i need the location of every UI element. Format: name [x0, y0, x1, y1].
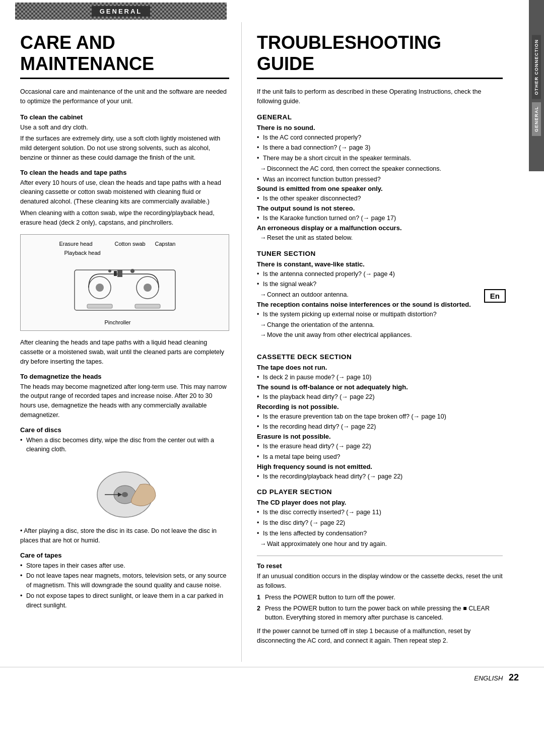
care-tapes-bullet-1: Store tapes in their cases after use.: [20, 561, 229, 571]
ts-not-stereo-b1: Is the Karaoke function turned on? (→ pa…: [257, 214, 503, 223]
svg-point-7: [130, 269, 134, 273]
ts-noise-heading: The reception contains noise interferenc…: [257, 301, 503, 308]
ts-noise-b1: Is the system picking up external noise …: [257, 310, 503, 319]
svg-rect-10: [135, 304, 160, 308]
ts-cd-section: CD PLAYER SECTION The CD player does not…: [257, 488, 503, 548]
ts-reset-section: To reset If an unusual condition occurs …: [257, 562, 503, 645]
ts-malfunction-a1: Reset the unit as stated below.: [257, 233, 503, 243]
trouble-title: TROUBLESHOOTING GUIDE: [257, 32, 503, 79]
ts-tape-run-b1: Is deck 2 in pause mode? (→ page 10): [257, 373, 503, 382]
demagnetize-text: The heads may become magnetized after lo…: [20, 382, 229, 420]
page-footer: ENGLISH 22: [0, 667, 544, 688]
page-number: 22: [509, 672, 519, 682]
ts-tuner-heading: TUNER SECTION: [257, 250, 503, 257]
ts-one-speaker-b1: Is the other speaker disconnected?: [257, 194, 503, 203]
ts-erasure-b1: Is the erasure head dirty? (→ page 22): [257, 442, 503, 451]
ts-static-b2: Is the signal weak?: [257, 280, 503, 289]
ts-recording-heading: Recording is not possible.: [257, 403, 503, 410]
ts-reset-heading: To reset: [257, 562, 503, 570]
ts-static-b1: Is the antenna connected properly? (→ pa…: [257, 269, 503, 279]
right-column: TROUBLESHOOTING GUIDE If the unit fails …: [242, 22, 528, 662]
ts-cassette-heading: CASSETTE DECK SECTION: [257, 353, 352, 361]
ts-reset-step-1: 1 Press the POWER button to turn off the…: [257, 593, 503, 602]
ts-cd-play-b1: Is the disc correctly inserted? (→ page …: [257, 508, 503, 517]
tab-general: GENERAL: [532, 102, 541, 136]
ts-static-a1: Connect an outdoor antenna.: [257, 290, 503, 300]
en-badge: En: [484, 289, 506, 303]
ts-general-section: GENERAL There is no sound. Is the AC cor…: [257, 113, 503, 243]
ts-general-heading: GENERAL: [257, 113, 503, 121]
ts-no-sound-heading: There is no sound.: [257, 124, 503, 131]
header-label: GENERAL: [92, 6, 151, 17]
svg-point-4: [144, 284, 152, 292]
after-diagram-text: After cleaning the heads and tape paths …: [20, 338, 229, 366]
ts-no-sound-b2: Is there a bad connection? (→ page 3): [257, 143, 503, 153]
section-clean-heads-heading: To clean the heads and tape paths: [20, 169, 229, 176]
svg-point-8: [108, 269, 111, 272]
clean-cabinet-text-2: If the surfaces are extremely dirty, use…: [20, 134, 229, 162]
ts-no-sound-b3: There may be a short circuit in the spea…: [257, 154, 503, 163]
care-tapes-bullet-2: Do not leave tapes near magnets, motors,…: [20, 571, 229, 590]
bottom-separator: [257, 556, 503, 556]
ts-highfreq-heading: High frequency sound is not emitted.: [257, 463, 503, 470]
ts-cd-play-b3: Is the lens affected by condensation?: [257, 529, 503, 538]
disc-store-text: • After playing a disc, store the disc i…: [20, 526, 229, 545]
tape-diagram-box: Erasure head Cotton swab Playback head C…: [20, 234, 229, 331]
clean-heads-text-1: After every 10 hours of use, clean the h…: [20, 178, 229, 207]
ts-noise-a1: Change the orientation of the antenna.: [257, 320, 503, 330]
ts-no-sound-b1: Is the AC cord connected properly?: [257, 133, 503, 143]
ts-tuner-section: TUNER SECTION There is constant, wave-li…: [257, 250, 503, 340]
header-area: GENERAL: [0, 0, 544, 22]
trouble-intro: If the unit fails to perform as describe…: [257, 87, 503, 106]
erasure-head-label: Erasure head: [59, 241, 93, 247]
ts-highfreq-b1: Is the recording/playback head dirty? (→…: [257, 472, 503, 482]
svg-point-2: [96, 284, 104, 292]
clean-heads-text-2: When cleaning with a cotton swab, wipe t…: [20, 209, 229, 228]
ts-not-stereo-heading: The output sound is not stereo.: [257, 204, 503, 212]
disc-diagram-svg: [75, 459, 175, 520]
ts-erasure-heading: Erasure is not possible.: [257, 433, 503, 440]
page-wrapper: GENERAL OTHER CONNECTION GENERAL CARE AN…: [0, 0, 544, 756]
capstan-label: Capstan: [155, 241, 176, 247]
section-care-tapes-heading: Care of tapes: [20, 552, 229, 559]
care-title: CARE AND MAINTENANCE: [20, 32, 229, 79]
clean-cabinet-text-1: Use a soft and dry cloth.: [20, 123, 229, 132]
pinchroller-label: Pinchroller: [105, 319, 131, 325]
svg-rect-6: [114, 271, 117, 276]
care-discs-bullet: When a disc becomes dirty, wipe the disc…: [20, 436, 229, 455]
english-label: ENGLISH: [474, 674, 503, 682]
svg-point-13: [122, 492, 128, 497]
ts-one-speaker-heading: Sound is emitted from one speaker only.: [257, 185, 503, 192]
ts-malfunction-heading: An erroneous display or a malfunction oc…: [257, 224, 503, 232]
ts-cd-play-a1: Wait approximately one hour and try agai…: [257, 539, 503, 549]
svg-rect-9: [87, 304, 112, 308]
playback-head-label: Playback head: [64, 250, 101, 256]
cotton-swab-label: Cotton swab: [115, 241, 146, 247]
svg-rect-5: [117, 270, 122, 277]
ts-reset-intro: If an unusual condition occurs in the di…: [257, 572, 503, 591]
ts-cd-heading: CD PLAYER SECTION: [257, 488, 503, 496]
ts-cd-play-heading: The CD player does not play.: [257, 499, 503, 506]
left-column: CARE AND MAINTENANCE Occasional care and…: [0, 22, 242, 662]
ts-noise-a2: Move the unit away from other electrical…: [257, 330, 503, 340]
section-clean-cabinet-heading: To clean the cabinet: [20, 113, 229, 121]
ts-offbalance-heading: The sound is off-balance or not adequate…: [257, 383, 503, 391]
ts-offbalance-b1: Is the playback head dirty? (→ page 22): [257, 392, 503, 402]
care-intro: Occasional care and maintenance of the u…: [20, 87, 229, 106]
main-content: CARE AND MAINTENANCE Occasional care and…: [0, 22, 544, 662]
ts-recording-b2: Is the recording head dirty? (→ page 22): [257, 422, 503, 432]
section-demagnetize-heading: To demagnetize the heads: [20, 373, 229, 380]
section-care-discs-heading: Care of discs: [20, 426, 229, 434]
ts-recording-b1: Is the erasure prevention tab on the tap…: [257, 412, 503, 422]
ts-erasure-b2: Is a metal tape being used?: [257, 452, 503, 462]
ts-reset-step-2: 2 Press the POWER button to turn the pow…: [257, 604, 503, 623]
ts-cd-play-b2: Is the disc dirty? (→ page 22): [257, 518, 503, 528]
ts-static-heading: There is constant, wave-like static.: [257, 260, 503, 268]
tab-other-connection: OTHER CONNECTION: [532, 35, 541, 99]
ts-tape-run-heading: The tape does not run.: [257, 364, 503, 371]
right-tab-strip: OTHER CONNECTION GENERAL: [529, 0, 544, 171]
ts-no-sound-a1: Disconnect the AC cord, then correct the…: [257, 164, 503, 174]
care-tapes-bullet-3: Do not expose tapes to direct sunlight, …: [20, 591, 229, 610]
disc-image-area: [20, 459, 229, 521]
ts-no-sound-b4: Was an incorrect function button pressed…: [257, 175, 503, 184]
